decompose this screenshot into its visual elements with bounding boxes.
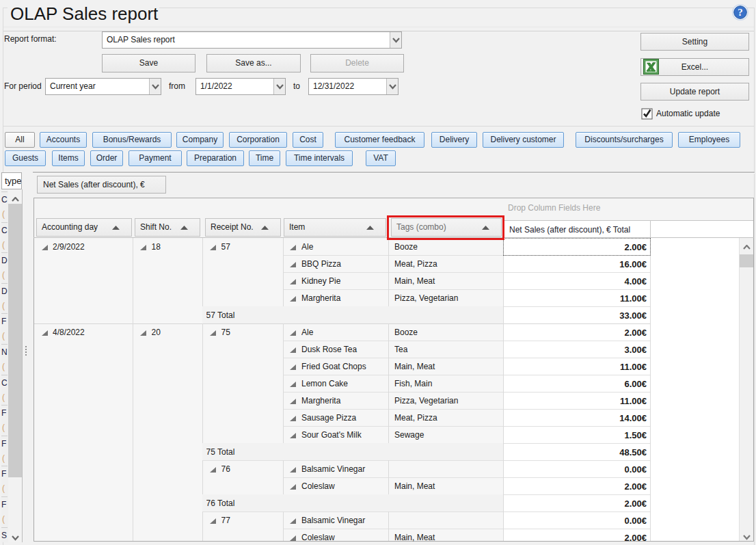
svg-text:?: ? [738,7,743,18]
